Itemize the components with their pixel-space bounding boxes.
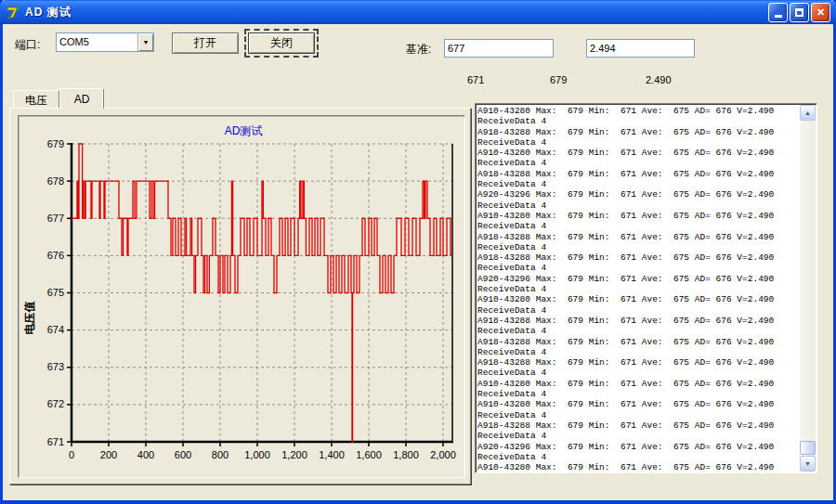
scroll-down-icon[interactable]: ▼: [800, 456, 816, 472]
log-line: ReceiveData 4: [477, 284, 799, 294]
minimize-icon: [775, 15, 782, 18]
svg-text:678: 678: [47, 175, 64, 187]
svg-text:677: 677: [47, 213, 64, 224]
svg-text:1,400: 1,400: [319, 449, 345, 460]
svg-text:600: 600: [175, 449, 191, 460]
svg-text:675: 675: [47, 287, 64, 298]
baseline-voltage-field[interactable]: [586, 39, 695, 58]
client-area: 端口: COM5 ▼ 打开 关闭 基准: 671 679 2.490 电压 AD…: [3, 24, 833, 500]
title-bar: AD 测试 ✕: [0, 0, 836, 24]
port-combobox[interactable]: COM5 ▼: [56, 32, 154, 52]
chevron-down-icon[interactable]: ▼: [137, 33, 153, 51]
svg-text:673: 673: [47, 361, 64, 372]
log-line: A910-43280 Max: 679 Min: 671 Ave: 675 AD…: [477, 106, 799, 116]
log-lines: A910-43280 Max: 679 Min: 671 Ave: 675 AD…: [477, 106, 799, 471]
log-line: A910-43280 Max: 679 Min: 671 Ave: 675 AD…: [477, 294, 799, 304]
readout-min-value: 671: [467, 74, 484, 85]
log-line: ReceiveData 4: [477, 452, 799, 462]
log-line: A920-43296 Max: 679 Min: 671 Ave: 675 AD…: [477, 189, 799, 200]
app-icon: [6, 5, 21, 20]
log-line: ReceiveData 4: [477, 116, 799, 126]
log-line: ReceiveData 4: [477, 305, 799, 316]
readout-max-value: 679: [550, 74, 567, 85]
svg-text:1,000: 1,000: [244, 449, 270, 460]
log-line: A910-43280 Max: 679 Min: 671 Ave: 675 AD…: [477, 379, 799, 389]
ad-test-chart: 6716726736746756766776786790200400600800…: [19, 116, 464, 477]
svg-text:AD测试: AD测试: [225, 124, 263, 137]
app-window: AD 测试 ✕ 端口: COM5 ▼ 打开 关闭 基准: 671 679 2.4…: [0, 0, 836, 504]
log-line: ReceiveData 4: [477, 368, 799, 378]
log-line: ReceiveData 4: [477, 221, 799, 231]
close-window-button[interactable]: ✕: [811, 3, 830, 22]
minimize-button[interactable]: [768, 3, 788, 22]
log-textbox[interactable]: A910-43280 Max: 679 Min: 671 Ave: 675 AD…: [475, 103, 817, 473]
log-line: A918-43288 Max: 679 Min: 671 Ave: 675 AD…: [477, 357, 799, 368]
log-line: A910-43280 Max: 679 Min: 671 Ave: 675 AD…: [477, 148, 799, 158]
log-line: ReceiveData 4: [477, 389, 799, 399]
open-port-button[interactable]: 打开: [172, 32, 239, 54]
svg-text:电压值: 电压值: [23, 302, 36, 335]
log-line: ReceiveData 4: [477, 158, 799, 168]
log-line: A910-43280 Max: 679 Min: 671 Ave: 675 AD…: [477, 399, 799, 409]
svg-text:676: 676: [47, 250, 64, 261]
close-port-button[interactable]: 关闭: [248, 32, 315, 54]
maximize-icon: [795, 8, 803, 17]
log-line: A918-43288 Max: 679 Min: 671 Ave: 675 AD…: [477, 316, 799, 326]
log-line: A918-43288 Max: 679 Min: 671 Ave: 675 AD…: [477, 337, 799, 347]
svg-text:0: 0: [69, 449, 74, 460]
port-label: 端口:: [15, 37, 40, 53]
close-icon: ✕: [816, 6, 825, 19]
svg-text:672: 672: [47, 398, 64, 409]
svg-text:671: 671: [47, 436, 64, 447]
window-title: AD 测试: [25, 5, 766, 20]
log-line: A910-43280 Max: 679 Min: 671 Ave: 675 AD…: [477, 462, 799, 471]
log-line: ReceiveData 4: [477, 242, 799, 252]
log-line: ReceiveData 4: [477, 137, 799, 148]
log-line: ReceiveData 4: [477, 263, 799, 273]
svg-text:1,800: 1,800: [393, 449, 419, 460]
svg-text:200: 200: [100, 449, 117, 460]
svg-text:1,600: 1,600: [356, 449, 382, 460]
scroll-up-icon[interactable]: ▲: [800, 105, 816, 121]
port-combobox-value: COM5: [57, 33, 137, 51]
tab-page-panel: 6716726736746756766776786790200400600800…: [9, 108, 471, 485]
tab-ad[interactable]: AD: [59, 88, 104, 109]
log-line: A910-43280 Max: 679 Min: 671 Ave: 675 AD…: [477, 211, 799, 221]
log-line: A920-43296 Max: 679 Min: 671 Ave: 675 AD…: [477, 442, 799, 452]
svg-text:1,200: 1,200: [281, 449, 307, 460]
svg-text:2,000: 2,000: [430, 449, 456, 460]
readout-voltage-value: 2.490: [646, 74, 672, 85]
log-line: A918-43288 Max: 679 Min: 671 Ave: 675 AD…: [477, 252, 799, 263]
log-line: A918-43288 Max: 679 Min: 671 Ave: 675 AD…: [477, 169, 799, 179]
log-line: ReceiveData 4: [477, 179, 799, 189]
log-line: A918-43288 Max: 679 Min: 671 Ave: 675 AD…: [477, 420, 799, 431]
log-line: ReceiveData 4: [477, 431, 799, 441]
log-line: A920-43296 Max: 679 Min: 671 Ave: 675 AD…: [477, 274, 799, 284]
svg-text:800: 800: [212, 449, 229, 460]
log-line: A918-43288 Max: 679 Min: 671 Ave: 675 AD…: [477, 127, 799, 137]
log-scrollbar[interactable]: ▲ ▼: [800, 105, 816, 472]
log-line: ReceiveData 4: [477, 410, 799, 420]
svg-text:674: 674: [47, 324, 64, 335]
baseline-ad-field[interactable]: [444, 39, 554, 58]
log-line: ReceiveData 4: [477, 326, 799, 336]
log-line: ReceiveData 4: [477, 347, 799, 357]
tab-voltage[interactable]: 电压: [13, 90, 59, 108]
log-line: ReceiveData 4: [477, 200, 799, 211]
chart-panel: 6716726736746756766776786790200400600800…: [18, 115, 465, 478]
baseline-label: 基准:: [406, 42, 431, 58]
svg-text:400: 400: [137, 449, 154, 460]
maximize-button[interactable]: [790, 3, 809, 22]
scrollbar-thumb[interactable]: [800, 441, 816, 455]
svg-text:679: 679: [47, 138, 64, 149]
log-line: A918-43288 Max: 679 Min: 671 Ave: 675 AD…: [477, 232, 799, 242]
